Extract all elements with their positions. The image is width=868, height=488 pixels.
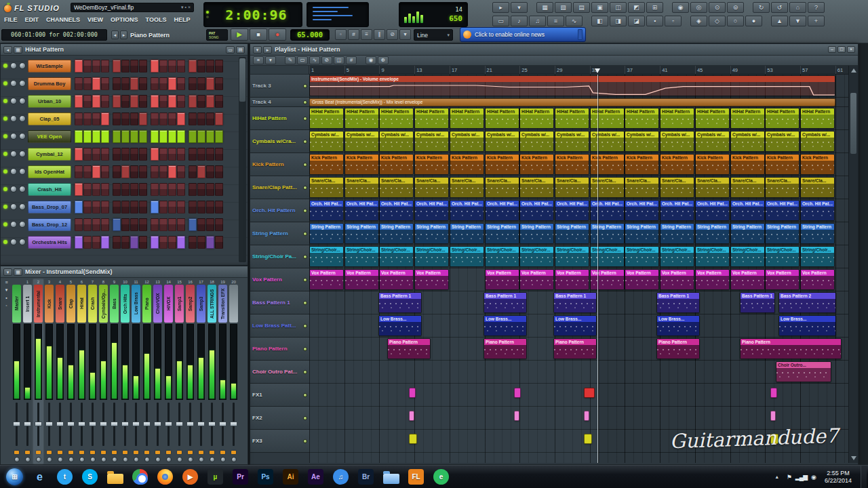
step-cell[interactable]: [151, 77, 159, 90]
pattern-clip[interactable]: Vox Pattern: [414, 269, 449, 290]
step-cell[interactable]: [206, 77, 214, 90]
pattern-clip[interactable]: Vox Pattern: [765, 269, 800, 290]
channel-button[interactable]: Clap_05: [28, 113, 71, 125]
pattern-clip[interactable]: Orch. Hit Pat...: [765, 200, 800, 221]
step-cell[interactable]: [83, 183, 92, 196]
pattern-clip[interactable]: Cymbals w/...: [344, 131, 379, 152]
pattern-clip[interactable]: HiHat Pattern: [765, 108, 800, 129]
fader-knob[interactable]: [154, 422, 161, 426]
step-cell[interactable]: [206, 148, 214, 161]
step-cell[interactable]: [83, 130, 92, 143]
pattern-clip[interactable]: Vox Pattern: [660, 269, 694, 290]
mixer-pan-knob[interactable]: [229, 455, 239, 464]
pattern-clip[interactable]: HiHat Pattern: [485, 108, 519, 129]
fx-clip[interactable]: [584, 388, 595, 398]
step-cell[interactable]: [75, 113, 83, 125]
toolbar-button[interactable]: ≡: [547, 16, 564, 26]
step-cell[interactable]: [130, 165, 138, 178]
pattern-clip[interactable]: Cymbals w/...: [590, 131, 625, 152]
step-cell[interactable]: [206, 130, 214, 143]
step-cell[interactable]: [189, 236, 197, 249]
step-cell[interactable]: [159, 201, 167, 214]
menu-item[interactable]: FILE: [4, 16, 18, 26]
mixer-mute-led[interactable]: [98, 449, 108, 455]
track-status-icon[interactable]: [303, 255, 307, 259]
pattern-clip[interactable]: Cymbals w/...: [414, 131, 449, 152]
pattern-clip[interactable]: Orch. Hit Pat...: [485, 200, 519, 221]
snap-button[interactable]: ◦: [335, 29, 347, 40]
pattern-clip[interactable]: Vox Pattern: [519, 269, 554, 290]
step-cell[interactable]: [215, 218, 223, 231]
channel-button[interactable]: Drumma Boy: [28, 77, 71, 90]
step-cell[interactable]: [92, 130, 100, 143]
taskbar-item-explorer[interactable]: [378, 467, 403, 487]
channel-button[interactable]: ids OpenHat: [28, 165, 71, 178]
step-cell[interactable]: [101, 183, 109, 196]
pattern-clip[interactable]: Orch. Hit Pat...: [519, 200, 554, 221]
step-cell[interactable]: [168, 183, 176, 196]
mixer-strip[interactable]: 8Cymbals/Op...: [98, 279, 108, 464]
playlist-tool-button[interactable]: ▭: [297, 56, 308, 64]
fx-clip[interactable]: [770, 411, 776, 421]
mixer-tool-icon[interactable]: ≡: [5, 280, 7, 285]
pattern-clip[interactable]: String Pattern: [450, 223, 484, 244]
mixer-mute-led[interactable]: [22, 449, 33, 455]
pan-knob[interactable]: [10, 239, 17, 245]
mixer-mute-led[interactable]: [66, 449, 76, 455]
menu-item[interactable]: HELP: [174, 16, 190, 26]
mixer-pan-knob[interactable]: [66, 455, 76, 464]
mixer-pan-knob[interactable]: [12, 455, 22, 464]
toolbar-button[interactable]: ∿: [566, 16, 583, 26]
step-cell[interactable]: [139, 77, 147, 90]
pattern-clip[interactable]: Kick Pattern: [695, 154, 730, 175]
mixer-pan-knob[interactable]: [55, 455, 65, 464]
step-cell[interactable]: [83, 113, 92, 125]
pattern-clip[interactable]: Bass Pattern 2: [778, 292, 836, 313]
mixer-pan-knob[interactable]: [131, 455, 141, 464]
step-cell[interactable]: [75, 218, 83, 231]
step-cell[interactable]: [215, 113, 223, 125]
pattern-clip[interactable]: HiHat Pattern: [379, 108, 414, 129]
pattern-clip[interactable]: Kick Pattern: [730, 154, 765, 175]
step-cell[interactable]: [206, 165, 214, 178]
step-cell[interactable]: [189, 130, 197, 143]
track-status-icon[interactable]: [303, 186, 307, 190]
pattern-clip[interactable]: Vox Pattern: [309, 269, 344, 290]
taskbar-item-skype[interactable]: S: [77, 467, 102, 487]
pattern-clip[interactable]: HiHat Pattern: [695, 108, 730, 129]
pattern-clip[interactable]: Snare/Cla...: [800, 177, 835, 198]
channel-led[interactable]: [3, 134, 7, 138]
step-cell[interactable]: [75, 95, 83, 108]
toolbar-button[interactable]: ◩: [628, 2, 645, 13]
step-cell[interactable]: [130, 236, 138, 249]
step-cell[interactable]: [92, 77, 100, 90]
mixer-mute-led[interactable]: [174, 449, 184, 455]
pattern-clip[interactable]: Vox Pattern: [695, 269, 730, 290]
step-cell[interactable]: [189, 77, 197, 90]
step-cell[interactable]: [151, 130, 159, 143]
pattern-clip[interactable]: Orch. Hit Pat...: [625, 200, 659, 221]
pattern-clip[interactable]: Kick Pattern: [379, 154, 414, 175]
playlist-titlebar[interactable]: ▾▸ Playlist - HiHat Pattern –□×: [250, 44, 858, 56]
menu-item[interactable]: CHANNELS: [46, 16, 80, 26]
step-cell[interactable]: [159, 130, 167, 143]
fader-knob[interactable]: [186, 422, 194, 426]
toolbar-button[interactable]: ⌂: [789, 2, 806, 13]
mixer-fader[interactable]: [22, 400, 33, 449]
step-cell[interactable]: [151, 201, 159, 214]
time-display[interactable]: 2:00:96: [203, 2, 302, 27]
fader-knob[interactable]: [78, 422, 85, 426]
pattern-clip[interactable]: String Pattern: [660, 223, 694, 244]
fader-knob[interactable]: [56, 422, 64, 426]
pattern-clip[interactable]: HiHat Pattern: [625, 108, 659, 129]
pattern-clip[interactable]: String Pattern: [555, 223, 589, 244]
pattern-clip[interactable]: Orch. Hit Pat...: [379, 200, 414, 221]
pattern-clip[interactable]: Kick Pattern: [555, 154, 589, 175]
pattern-clip[interactable]: String Pattern: [344, 223, 379, 244]
step-cell[interactable]: [151, 60, 159, 73]
step-cell[interactable]: [75, 236, 83, 249]
step-cell[interactable]: [139, 148, 147, 161]
playlist-scrollbar[interactable]: [848, 66, 858, 463]
pattern-clip[interactable]: String Pattern: [519, 223, 554, 244]
pattern-clip[interactable]: Vox Pattern: [800, 269, 835, 290]
